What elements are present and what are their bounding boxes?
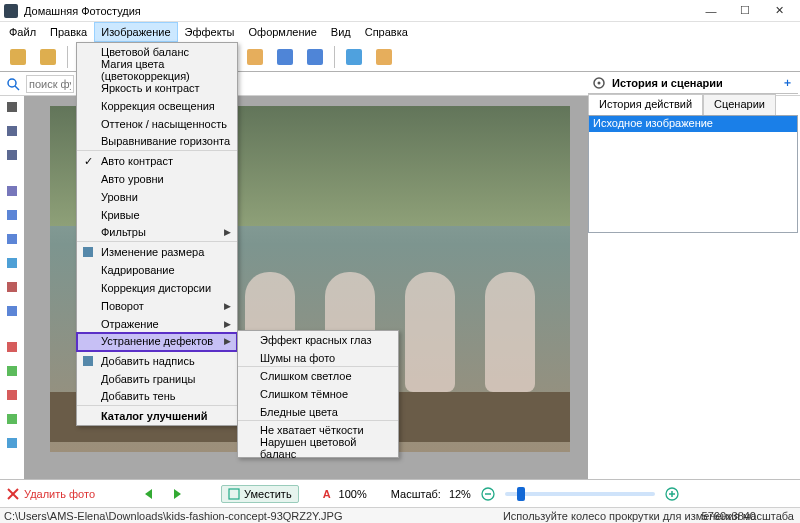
svg-rect-20 <box>7 210 17 220</box>
menu-файл[interactable]: Файл <box>2 22 43 42</box>
scale-label: Масштаб: <box>391 488 441 500</box>
text-zoom-value: 100% <box>339 488 367 500</box>
submenu-item[interactable]: Слишком светлое <box>238 367 398 385</box>
rgb-tool[interactable] <box>3 338 21 356</box>
defects-submenu: Эффект красных глазШумы на фотоСлишком с… <box>237 330 399 458</box>
drop1-tool[interactable] <box>3 206 21 224</box>
menu-item[interactable]: Устранение дефектов▶ <box>77 333 237 351</box>
delete-photo-button[interactable]: Удалить фото <box>6 487 95 501</box>
add-scenario-button[interactable]: ＋ <box>780 76 794 90</box>
submenu-item[interactable]: Шумы на фото <box>238 349 398 367</box>
menu-item[interactable]: Поворот▶ <box>77 297 237 315</box>
app-icon <box>4 4 18 18</box>
svg-rect-17 <box>7 126 17 136</box>
hand-tool[interactable] <box>3 122 21 140</box>
prev-button[interactable] <box>141 485 159 503</box>
menu-item[interactable]: Добавить тень <box>77 388 237 406</box>
window-close[interactable]: ✕ <box>762 1 796 21</box>
submenu-item[interactable]: Нарушен цветовой баланс <box>238 439 398 457</box>
menu-item[interactable]: Яркость и контраст <box>77 79 237 97</box>
grid-button[interactable] <box>301 44 329 70</box>
menu-item-label: Кривые <box>101 209 140 221</box>
color-tool[interactable] <box>3 362 21 380</box>
menu-изображение[interactable]: Изображение <box>94 22 177 42</box>
help-button[interactable] <box>340 44 368 70</box>
svg-point-12 <box>8 79 16 87</box>
menu-item[interactable]: Кривые <box>77 206 237 224</box>
menu-вид[interactable]: Вид <box>324 22 358 42</box>
menu-item[interactable]: Магия цвета (цветокоррекция) <box>77 61 237 79</box>
open-button[interactable] <box>4 44 32 70</box>
svg-line-13 <box>15 86 19 90</box>
zoom-slider[interactable] <box>505 492 655 496</box>
menu-item[interactable]: Добавить надпись <box>77 352 237 370</box>
zoom-in-button[interactable] <box>663 485 681 503</box>
menu-item[interactable]: Добавить границы <box>77 370 237 388</box>
menu-item[interactable]: Каталог улучшений <box>77 407 237 425</box>
search-icon <box>4 75 22 93</box>
calendar-button[interactable] <box>271 44 299 70</box>
frame2-button[interactable] <box>241 44 269 70</box>
menu-item[interactable]: Авто уровни <box>77 170 237 188</box>
bottom-toolbar: Удалить фото Уместить A 100% Масштаб: 12… <box>0 479 800 507</box>
window-minimize[interactable]: — <box>694 1 728 21</box>
submenu-item[interactable]: Бледные цвета <box>238 403 398 421</box>
right-panel-title: История и сценарии <box>612 77 723 89</box>
app-title: Домашняя Фотостудия <box>24 5 694 17</box>
info-button[interactable] <box>370 44 398 70</box>
submenu-item-label: Бледные цвета <box>260 406 338 418</box>
submenu-item[interactable]: Эффект красных глаз <box>238 331 398 349</box>
tab-scenarios[interactable]: Сценарии <box>703 94 776 116</box>
menubar: ФайлПравкаИзображениеЭффектыОформлениеВи… <box>0 22 800 42</box>
menu-item-label: Оттенок / насыщенность <box>101 118 227 130</box>
menu-item[interactable]: Отражение▶ <box>77 315 237 333</box>
layers-tool[interactable] <box>3 386 21 404</box>
drop2-tool[interactable] <box>3 230 21 248</box>
menu-item-label: Отражение <box>101 318 159 330</box>
crop-tool[interactable] <box>3 434 21 452</box>
zoom-out-button[interactable] <box>479 485 497 503</box>
menu-item[interactable]: Уровни <box>77 188 237 206</box>
menu-оформление[interactable]: Оформление <box>242 22 324 42</box>
save-button[interactable] <box>34 44 62 70</box>
svg-rect-30 <box>83 247 93 257</box>
chevron-right-icon: ▶ <box>224 301 231 311</box>
svg-rect-19 <box>7 186 17 196</box>
search-input[interactable] <box>26 75 74 93</box>
menu-item[interactable]: Коррекция дисторсии <box>77 279 237 297</box>
menu-item[interactable]: Кадрирование <box>77 261 237 279</box>
menu-item[interactable]: Выравнивание горизонта <box>77 133 237 151</box>
triangle-tool[interactable] <box>3 254 21 272</box>
tab-history[interactable]: История действий <box>588 94 703 116</box>
svg-rect-10 <box>346 49 362 65</box>
menu-item[interactable]: Изменение размера <box>77 243 237 261</box>
menu-эффекты[interactable]: Эффекты <box>178 22 242 42</box>
zoom-tool[interactable] <box>3 146 21 164</box>
right-panel-header: История и сценарии ＋ <box>588 72 798 94</box>
next-button[interactable] <box>167 485 185 503</box>
menu-item-label: Коррекция освещения <box>101 100 215 112</box>
submenu-item[interactable]: Слишком тёмное <box>238 385 398 403</box>
menu-справка[interactable]: Справка <box>358 22 415 42</box>
eyedrop-tool[interactable] <box>3 182 21 200</box>
window-maximize[interactable]: ☐ <box>728 1 762 21</box>
menu-item[interactable]: Оттенок / насыщенность <box>77 115 237 133</box>
fit-button[interactable]: Уместить <box>221 485 299 503</box>
menu-item[interactable]: Фильтры▶ <box>77 224 237 242</box>
menu-item[interactable]: Коррекция освещения <box>77 97 237 115</box>
menu-item-label: Добавить границы <box>101 373 195 385</box>
menu-item[interactable]: ✓Авто контраст <box>77 152 237 170</box>
zoom-slider-thumb[interactable] <box>517 487 525 501</box>
history-list[interactable]: Исходное изображение <box>588 115 798 233</box>
submenu-item-label: Нарушен цветовой баланс <box>260 436 392 460</box>
history-item[interactable]: Исходное изображение <box>589 116 797 132</box>
svg-rect-8 <box>277 49 293 65</box>
left-toolbar <box>0 96 24 480</box>
square-tool[interactable] <box>3 278 21 296</box>
menu-правка[interactable]: Правка <box>43 22 94 42</box>
check-icon: ✓ <box>81 154 95 168</box>
pointer-tool[interactable] <box>3 98 21 116</box>
circle-tool[interactable] <box>3 302 21 320</box>
svg-rect-29 <box>7 438 17 448</box>
fx-tool[interactable] <box>3 410 21 428</box>
